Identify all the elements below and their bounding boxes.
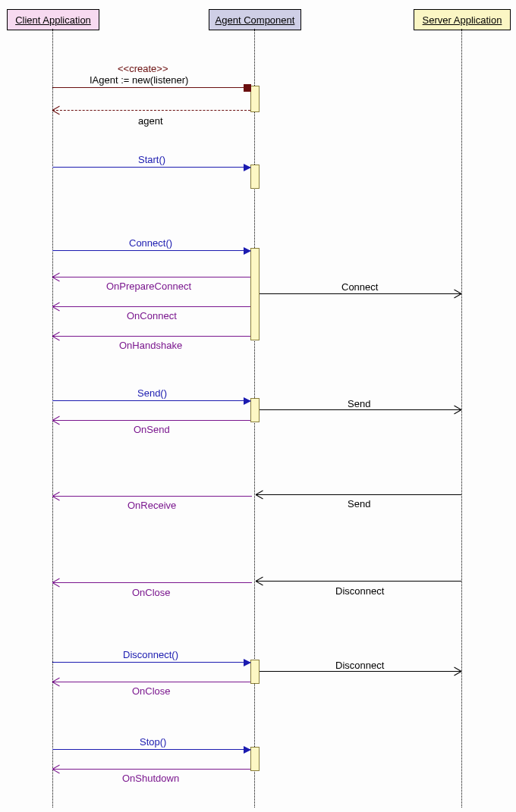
message-server-disconnect	[256, 581, 461, 582]
message-label-connect-call: Connect()	[129, 237, 172, 249]
activation-start	[250, 165, 260, 189]
activation-connect	[250, 248, 260, 340]
message-label-start-call: Start()	[138, 154, 165, 165]
message-send-to-server	[260, 409, 461, 410]
message-label-create-call: IAgent := new(listener)	[90, 74, 188, 86]
activation-stop	[250, 747, 260, 771]
message-onprepareconnect	[52, 277, 250, 277]
participant-client: Client Application	[7, 9, 99, 30]
message-label-onhandshake: OnHandshake	[119, 340, 182, 351]
message-onreceive	[52, 496, 252, 497]
message-label-send-call: Send()	[137, 387, 167, 399]
participant-label: Server Application	[423, 14, 502, 26]
participant-agent: Agent Component	[209, 9, 301, 30]
message-stop-call	[52, 749, 250, 750]
lifeline-server	[461, 29, 462, 807]
activation-create	[250, 86, 260, 112]
message-label-connect-to-server: Connect	[341, 281, 378, 293]
message-label-stop-call: Stop()	[140, 736, 166, 748]
message-onclose2	[52, 682, 250, 682]
message-onshutdown	[52, 769, 250, 770]
message-label-disconnect-call: Disconnect()	[123, 649, 178, 660]
message-server-send	[256, 494, 461, 495]
message-onhandshake	[52, 336, 250, 337]
message-send-call	[52, 400, 250, 401]
activation-disconnect	[250, 660, 260, 684]
message-label-onconnect: OnConnect	[127, 310, 177, 321]
message-stereotype	[52, 87, 250, 88]
message-disconnect-call	[52, 662, 250, 663]
message-label-server-disconnect: Disconnect	[335, 585, 384, 597]
activation-send	[250, 398, 260, 422]
participant-label: Agent Component	[216, 14, 295, 26]
message-label-onreceive: OnReceive	[127, 500, 176, 511]
message-connect-to-server	[260, 293, 461, 294]
message-label-onclose: OnClose	[132, 587, 171, 598]
message-onsend	[52, 420, 250, 421]
message-label-create-return: agent	[138, 115, 163, 127]
message-disconnect-to-server	[260, 671, 461, 672]
message-connect-call	[52, 250, 250, 251]
message-label-disconnect-to-server: Disconnect	[335, 660, 384, 671]
message-create-return	[52, 110, 250, 111]
message-label-stereotype: <<create>>	[118, 63, 168, 74]
message-label-onprepareconnect: OnPrepareConnect	[106, 281, 191, 292]
sequence-diagram: { "participants": { "client": { "label":…	[0, 0, 516, 812]
participant-label: Client Application	[15, 14, 91, 26]
message-label-onclose2: OnClose	[132, 685, 171, 697]
message-label-onsend: OnSend	[134, 424, 170, 435]
message-start-call	[52, 167, 250, 168]
message-onconnect	[52, 306, 250, 307]
message-label-onshutdown: OnShutdown	[122, 773, 179, 784]
message-label-send-to-server: Send	[348, 398, 370, 409]
message-onclose	[52, 582, 252, 583]
message-label-server-send: Send	[348, 498, 370, 509]
participant-server: Server Application	[414, 9, 511, 30]
